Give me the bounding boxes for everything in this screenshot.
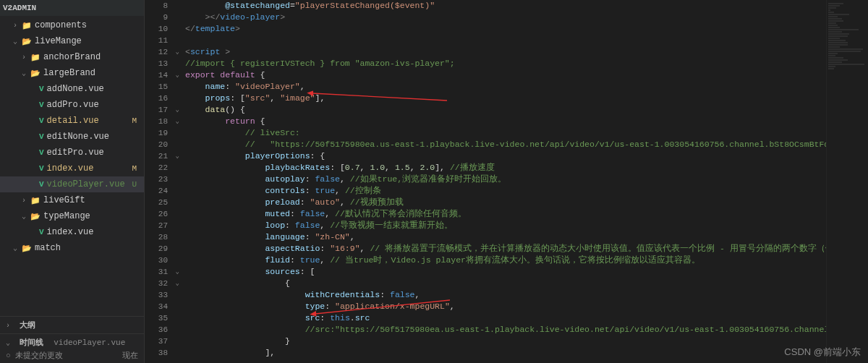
code-line[interactable]: return { (181, 116, 826, 127)
line-number: 29 (145, 243, 181, 255)
code-line[interactable]: fluid: true, // 当true时，Video.js player将拥… (181, 255, 826, 266)
code-line[interactable]: //src:"https://50f5175980ea.us-east-1.pl… (181, 324, 826, 336)
code-editor[interactable]: 89101112⌄1314⌄151617⌄18⌄192021⌄222324252… (145, 0, 868, 363)
code-line[interactable]: { (181, 278, 826, 289)
code-line[interactable]: @statechanged="playerStateChanged($event… (181, 0, 826, 12)
outline-section[interactable]: › 大纲 (0, 316, 144, 333)
tree-file[interactable]: VaddNone.vue (0, 81, 144, 97)
tree-file[interactable]: VaddPro.vue (0, 97, 144, 113)
code-line[interactable]: // "https://50f5175980ea.us-east-1.playb… (181, 139, 826, 150)
chevron-icon: ⌄ (22, 212, 30, 221)
tree-file[interactable]: Vindex.vue (0, 224, 144, 240)
outline-label: 大纲 (20, 321, 35, 330)
chevron-icon: › (22, 54, 30, 61)
tree-file[interactable]: VeditNone.vue (0, 129, 144, 145)
tree-folder[interactable]: ⌄📂match (0, 240, 144, 256)
tree-file[interactable]: Vdetail.vueM (0, 113, 144, 129)
timeline-breadcrumb: videoPlayer.vue (48, 337, 131, 349)
code-line[interactable]: playbackRates: [0.7, 1.0, 1.5, 2.0], //播… (181, 162, 826, 174)
code-line[interactable]: data() { (181, 104, 826, 116)
line-number: 15 (145, 81, 181, 93)
code-line[interactable]: preload: "auto", //视频预加载 (181, 197, 826, 208)
line-number: 34 (145, 301, 181, 312)
code-line[interactable]: aspectRatio: "16:9", // 将播放器置于流畅模式，并在计算播… (181, 243, 826, 255)
tree-folder[interactable]: ›📁anchorBrand (0, 49, 144, 65)
fold-icon[interactable]: ⌄ (176, 150, 179, 162)
root-label: V2ADMIN (3, 4, 36, 12)
line-number: 10 (145, 23, 181, 35)
code-line[interactable]: loop: false, //导致视频一结束就重新开始。 (181, 220, 826, 231)
line-number: 35 (145, 312, 181, 324)
chevron-icon: ⌄ (13, 244, 22, 252)
fold-icon[interactable]: ⌄ (176, 46, 179, 58)
line-number: 9 (145, 12, 181, 23)
tree-folder[interactable]: ›📁liveGift (0, 192, 144, 208)
code-line[interactable]: src: this.src (181, 312, 826, 324)
line-number: 26 (145, 208, 181, 220)
tree-item-label: detail.vue (47, 116, 99, 126)
line-number: 23 (145, 174, 181, 185)
code-line[interactable]: props: ["src", "image"], (181, 93, 826, 104)
code-line[interactable]: } (181, 336, 826, 347)
line-number: 14⌄ (145, 69, 181, 81)
tree-folder[interactable]: ⌄📂typeMange (0, 208, 144, 224)
tree-folder[interactable]: ›📁components (0, 17, 144, 33)
minimap[interactable] (826, 0, 868, 363)
tree-item-label: videoPlayer.vue (47, 179, 125, 189)
git-status-badge: U (132, 180, 137, 189)
tree-item-label: liveGift (43, 195, 85, 205)
fold-icon[interactable]: ⌄ (176, 116, 179, 127)
code-line[interactable]: type: "application/x-mpegURL", (181, 301, 826, 312)
vue-icon: V (39, 164, 44, 173)
line-number: 18⌄ (145, 116, 181, 127)
code-area[interactable]: @statechanged="playerStateChanged($event… (181, 0, 826, 363)
file-tree: ›📁components⌄📂liveMange›📁anchorBrand⌄📂la… (0, 16, 144, 316)
code-line[interactable]: </template> (181, 23, 826, 35)
tree-file[interactable]: VvideoPlayer.vueU (0, 176, 144, 192)
chevron-icon: ⌄ (6, 338, 14, 347)
tree-item-label: addPro.vue (47, 100, 99, 110)
code-line[interactable]: ], (181, 347, 826, 359)
code-line[interactable]: <script > (181, 46, 826, 58)
chevron-icon: › (22, 197, 30, 205)
folder-icon: 📂 (22, 37, 32, 46)
tree-folder[interactable]: ⌄📂largeBrand (0, 65, 144, 81)
code-line[interactable] (181, 35, 826, 46)
code-line[interactable]: controls: true, //控制条 (181, 185, 826, 197)
fold-icon[interactable]: ⌄ (176, 69, 179, 81)
code-line[interactable]: name: "videoPlayer", (181, 81, 826, 93)
tree-item-label: anchorBrand (43, 52, 101, 62)
fold-icon[interactable]: ⌄ (176, 278, 179, 289)
tree-file[interactable]: VeditPro.vue (0, 145, 144, 161)
code-line[interactable]: playerOptions: { (181, 150, 826, 162)
tree-item-label: addNone.vue (47, 84, 104, 94)
fold-icon[interactable]: ⌄ (176, 266, 179, 278)
folder-icon: 📁 (22, 21, 32, 30)
line-number: 20 (145, 139, 181, 150)
tree-file[interactable]: Vindex.vueM (0, 161, 144, 176)
line-number: 11 (145, 35, 181, 46)
line-number: 16 (145, 93, 181, 104)
folder-icon: 📁 (30, 53, 41, 62)
code-line[interactable]: export default { (181, 69, 826, 81)
code-line[interactable]: autoplay: false, //如果true,浏览器准备好时开始回放。 (181, 174, 826, 185)
tree-item-label: editPro.vue (47, 148, 104, 158)
fold-icon[interactable]: ⌄ (176, 104, 179, 116)
line-number: 21⌄ (145, 150, 181, 162)
code-line[interactable]: language: "zh-CN", (181, 231, 826, 243)
timeline-section[interactable]: ⌄ 时间线 videoPlayer.vue (0, 333, 144, 348)
tree-root[interactable]: V2ADMIN (0, 0, 144, 16)
tree-folder[interactable]: ⌄📂liveMange (0, 33, 144, 49)
git-status-badge: M (132, 164, 137, 173)
chevron-icon: ⌄ (13, 37, 22, 46)
code-line[interactable]: sources: [ (181, 266, 826, 278)
chevron-icon: ⌄ (22, 69, 30, 77)
timeline-row[interactable]: ○ 未提交的更改 现在 (0, 348, 144, 363)
code-line[interactable]: muted: false, //默认情况下将会消除任何音频。 (181, 208, 826, 220)
code-line[interactable]: //import { registerIVSTech } from "amazo… (181, 58, 826, 69)
code-line[interactable]: ></video-player> (181, 12, 826, 23)
code-line[interactable]: // liveSrc: (181, 127, 826, 139)
sidebar: V2ADMIN ›📁components⌄📂liveMange›📁anchorB… (0, 0, 145, 363)
code-line[interactable]: withCredentials: false, (181, 289, 826, 301)
vue-icon: V (39, 85, 44, 93)
